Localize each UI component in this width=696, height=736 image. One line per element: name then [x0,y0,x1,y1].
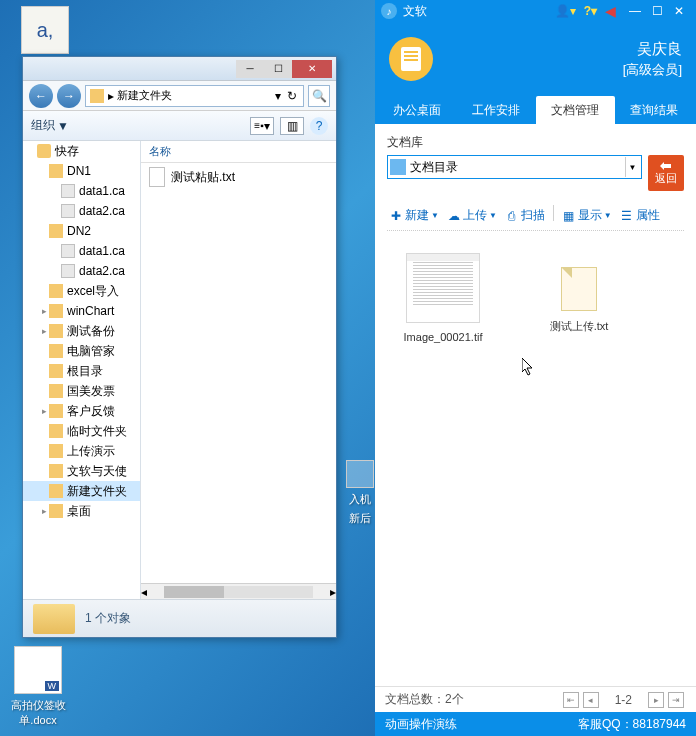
new-button[interactable]: ✚ 新建 ▼ [387,205,441,226]
tree-label: 新建文件夹 [67,483,127,500]
scroll-right-button[interactable]: ▸ [330,585,336,599]
properties-button[interactable]: ☰ 属性 [618,205,662,226]
file-list-pane[interactable]: 名称 测试粘贴.txt ◂ ▸ [141,141,336,599]
tree-label: data2.ca [79,204,125,218]
file-card[interactable]: Image_00021.tif [395,253,491,343]
organize-menu[interactable]: 组织 ▼ [31,117,69,134]
tree-item[interactable]: excel导入 [23,281,140,301]
first-page-button[interactable]: ⇤ [563,692,579,708]
props-label: 属性 [636,207,660,224]
maximize-button[interactable]: ☐ [646,2,668,20]
tree-item[interactable]: ▸测试备份 [23,321,140,341]
expand-icon[interactable]: ▸ [39,406,49,416]
scan-button[interactable]: ⎙ 扫描 [503,205,547,226]
upload-button[interactable]: ☁ 上传 ▼ [445,205,499,226]
tree-label: data1.ca [79,184,125,198]
expand-icon[interactable]: ▸ [39,306,49,316]
folder-icon [49,364,63,378]
expand-icon[interactable]: ▸ [39,506,49,516]
address-bar[interactable]: ▸ 新建文件夹 ▾ ↻ [85,85,304,107]
doc-lib-row: 文档目录 ▼ 返回 [387,155,684,191]
tree-item[interactable]: data1.ca [23,181,140,201]
file-item[interactable]: 测试粘贴.txt [141,163,336,191]
forward-button[interactable]: → [57,84,81,108]
tab-3[interactable]: 查询结果 [615,96,694,124]
tree-item[interactable]: ▸winChart [23,301,140,321]
app-title: 文软 [403,3,427,20]
tree-item[interactable]: 新建文件夹 [23,481,140,501]
footer-right-text[interactable]: 客服QQ：88187944 [578,716,686,733]
tree-item[interactable]: ▸桌面 [23,501,140,521]
footer-left-text[interactable]: 动画操作演练 [385,716,457,733]
preview-pane-toggle[interactable]: ▥ [280,117,304,135]
tree-item[interactable]: DN2 [23,221,140,241]
expand-icon[interactable]: ▸ [39,326,49,336]
scroll-left-button[interactable]: ◂ [141,585,147,599]
next-page-button[interactable]: ▸ [648,692,664,708]
explorer-titlebar[interactable]: ─ ☐ ✕ [23,57,336,81]
tab-0[interactable]: 办公桌面 [377,96,456,124]
tree-item[interactable]: 快存 [23,141,140,161]
desktop-icon-partial[interactable]: 入机 新后 [345,460,375,526]
minimize-button[interactable]: — [624,2,646,20]
txt-thumbnail-icon [561,267,597,311]
new-label: 新建 [405,207,429,224]
tree-item[interactable]: 电脑管家 [23,341,140,361]
user-icon[interactable]: 👤▾ [555,4,576,18]
separator [553,205,554,221]
minimize-button[interactable]: ─ [236,60,264,78]
explorer-body: 快存DN1data1.cadata2.caDN2data1.cadata2.ca… [23,141,336,599]
file-card[interactable]: 测试上传.txt [531,253,627,343]
desktop-icon-docx[interactable]: W 高拍仪签收单.docx [8,646,68,728]
tree-item[interactable]: 国美发票 [23,381,140,401]
folder-tree[interactable]: 快存DN1data1.cadata2.caDN2data1.cadata2.ca… [23,141,141,599]
close-button[interactable]: ✕ [292,60,332,78]
view-button[interactable]: ▦ 显示 ▼ [560,205,614,226]
explorer-statusbar: 1 个对象 [23,599,336,637]
folder-icon [49,284,63,298]
tree-item[interactable]: 根目录 [23,361,140,381]
horizontal-scrollbar[interactable]: ◂ ▸ [141,583,336,599]
tree-item[interactable]: ▸客户反馈 [23,401,140,421]
back-button[interactable]: ← [29,84,53,108]
combo-selected: 文档目录 [410,159,625,176]
scroll-track[interactable] [164,586,313,598]
sound-icon[interactable]: ◀ [605,3,616,19]
app-titlebar[interactable]: ♪ 文软 👤▾ ?▾ ◀ — ☐ ✕ [375,0,696,22]
desktop-icon-word[interactable]: a, [15,6,75,54]
last-page-button[interactable]: ⇥ [668,692,684,708]
folder-icon [49,344,63,358]
maximize-button[interactable]: ☐ [264,60,292,78]
tree-label: excel导入 [67,283,119,300]
tree-item[interactable]: 临时文件夹 [23,421,140,441]
help-button[interactable]: ? [310,117,328,135]
tree-item[interactable]: 上传演示 [23,441,140,461]
help-icon[interactable]: ?▾ [584,4,597,18]
doc-folder-combo[interactable]: 文档目录 ▼ [387,155,642,179]
scroll-thumb[interactable] [164,586,224,598]
dropdown-icon[interactable]: ▼ [625,157,639,177]
tree-label: 上传演示 [67,443,115,460]
tab-1[interactable]: 工作安排 [456,96,535,124]
tree-item[interactable]: DN1 [23,161,140,181]
search-button[interactable]: 🔍 [308,85,330,107]
column-header-name[interactable]: 名称 [141,141,336,163]
refresh-button[interactable]: ↻ [285,89,299,103]
tree-item[interactable]: data2.ca [23,261,140,281]
tree-item[interactable]: data2.ca [23,201,140,221]
file-name: 测试上传.txt [531,319,627,334]
return-button[interactable]: 返回 [648,155,684,191]
tree-item[interactable]: 文软与天使 [23,461,140,481]
docx-file-icon: W [14,646,62,694]
tree-item[interactable]: data1.ca [23,241,140,261]
address-dropdown[interactable]: ▾ [271,89,285,103]
current-path: 新建文件夹 [117,88,271,103]
app-header: 吴庆良 [高级会员] [375,22,696,96]
tab-2[interactable]: 文档管理 [536,96,615,124]
view-options[interactable]: ≡▪ ▾ [250,117,274,135]
folder-icon [49,384,63,398]
prev-page-button[interactable]: ◂ [583,692,599,708]
close-button[interactable]: ✕ [668,2,690,20]
folder-icon [49,224,63,238]
text-file-icon [149,167,165,187]
